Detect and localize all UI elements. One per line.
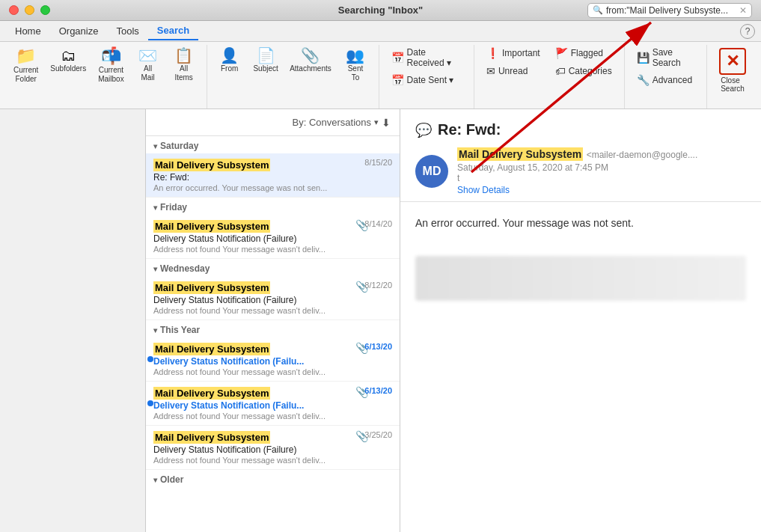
mailbox-icon: 📬 <box>101 48 121 64</box>
all-items-icon: 📋 <box>174 48 193 63</box>
scope-group: 📁 CurrentFolder 🗂 Subfolders 📬 CurrentMa… <box>3 45 207 108</box>
email-sender: Mail Delivery Subsystem <box>153 431 270 444</box>
detail-date: Saturday, August 15, 2020 at 7:45 PM <box>457 162 746 173</box>
chevron-this-year-icon: ▾ <box>153 326 157 334</box>
close-search-button[interactable]: ✕ CloseSearch <box>713 45 752 96</box>
attachments-icon: 📎 <box>301 48 320 63</box>
save-search-icon: 💾 <box>637 52 650 64</box>
email-item[interactable]: 📎 Mail Delivery Subsystem Delivery Statu… <box>146 276 400 320</box>
flagged-button[interactable]: 🚩 Flagged <box>549 45 618 61</box>
date-received-icon: 📅 <box>391 52 404 64</box>
nav-search[interactable]: Search <box>148 22 198 40</box>
date-received-label: Date Received ▾ <box>407 47 462 68</box>
email-list-header: By: Conversations ▾ ⬇ <box>146 109 400 136</box>
date-received-button[interactable]: 📅 Date Received ▾ <box>385 45 468 70</box>
search-query-text: from:"Mail Delivery Subsyste... <box>606 5 739 16</box>
section-saturday-label: Saturday <box>160 141 198 151</box>
detail-sender-row: MD Mail Delivery Subsystem <mailer-daemo… <box>415 147 746 195</box>
title-bar: Searching "Inbox" 🔍 from:"Mail Delivery … <box>0 0 761 21</box>
close-window-button[interactable] <box>9 5 19 15</box>
detail-body-text: An error occurred. Your message was not … <box>415 217 634 229</box>
to-label: t <box>457 173 459 183</box>
email-item[interactable]: 📎 Mail Delivery Subsystem Delivery Statu… <box>146 426 400 470</box>
important-icon: ❗ <box>486 47 499 59</box>
section-this-year: ▾ This Year <box>146 320 400 337</box>
refine-group: 👤 From 📄 Subject 📎 Attachments 👥 Sent To <box>207 45 379 108</box>
email-item[interactable]: 📎 Mail Delivery Subsystem Delivery Statu… <box>146 337 400 382</box>
minimize-window-button[interactable] <box>25 5 34 15</box>
current-folder-button[interactable]: 📁 CurrentFolder <box>9 45 43 87</box>
help-button[interactable]: ? <box>740 24 755 39</box>
detail-sender-name: Mail Delivery Subsystem <box>457 147 583 161</box>
search-icon: 🔍 <box>593 5 603 15</box>
detail-sender-info: Mail Delivery Subsystem <mailer-daemon@g… <box>457 147 746 195</box>
email-item[interactable]: 📎 Mail Delivery Subsystem Delivery Statu… <box>146 215 400 259</box>
unread-button[interactable]: ✉ Unread <box>480 63 546 79</box>
email-sender: Mail Delivery Subsystem <box>153 220 270 233</box>
email-list: By: Conversations ▾ ⬇ ▾ Saturday Mail De… <box>146 109 400 532</box>
current-mailbox-button[interactable]: 📬 CurrentMailbox <box>94 45 128 87</box>
email-date: 3/25/20 <box>364 430 392 439</box>
important-label: Important <box>502 48 540 58</box>
nav-organize[interactable]: Organize <box>50 22 108 40</box>
important-button[interactable]: ❗ Important <box>480 45 546 61</box>
all-mail-button[interactable]: ✉️ AllMail <box>132 45 165 85</box>
email-preview: Address not found Your message wasn't de… <box>153 412 392 421</box>
sent-to-icon: 👥 <box>346 48 364 63</box>
all-mail-icon: ✉️ <box>138 48 157 63</box>
ribbon-nav: Home Organize Tools Search ? <box>0 21 761 42</box>
chevron-wednesday-icon: ▾ <box>153 265 157 273</box>
date-group: 📅 Date Received ▾ 📅 Date Sent ▾ <box>379 45 474 108</box>
detail-sender-email: <mailer-daemon@google.... <box>587 150 698 160</box>
from-label: From <box>221 64 238 73</box>
email-preview: Address not found Your message wasn't de… <box>153 367 392 376</box>
sent-to-button[interactable]: 👥 Sent To <box>338 45 372 85</box>
email-item[interactable]: Mail Delivery Subsystem Re: Fwd: An erro… <box>146 153 400 198</box>
from-button[interactable]: 👤 From <box>213 45 246 76</box>
avatar: MD <box>415 155 448 188</box>
all-mail-label: AllMail <box>141 64 154 82</box>
email-date: 6/13/20 <box>364 386 392 395</box>
unread-label: Unread <box>498 66 528 76</box>
categories-button[interactable]: 🏷 Categories <box>549 63 618 79</box>
nav-tools[interactable]: Tools <box>107 22 147 40</box>
subject-label: Subject <box>253 64 278 73</box>
subject-button[interactable]: 📄 Subject <box>249 45 283 76</box>
filter-col-left: ❗ Important ✉ Unread <box>480 45 546 79</box>
chevron-friday-icon: ▾ <box>153 204 157 212</box>
detail-header: 💬 Re: Fwd: MD Mail Delivery Subsystem <m… <box>400 109 761 202</box>
all-items-button[interactable]: 📋 AllItems <box>168 45 201 85</box>
email-sender: Mail Delivery Subsystem <box>153 159 270 171</box>
flagged-label: Flagged <box>571 48 603 58</box>
subfolders-button[interactable]: 🗂 Subfolders <box>46 45 91 76</box>
detail-sender-name-row: Mail Delivery Subsystem <mailer-daemon@g… <box>457 147 746 161</box>
all-items-label: AllItems <box>174 64 192 82</box>
advanced-button[interactable]: 🔧 Advanced <box>631 72 700 88</box>
save-col: 💾 Save Search 🔧 Advanced <box>631 45 700 88</box>
sort-down-icon[interactable]: ⬇ <box>382 117 391 129</box>
maximize-window-button[interactable] <box>40 5 50 15</box>
current-folder-label: CurrentFolder <box>13 66 38 84</box>
email-sender: Mail Delivery Subsystem <box>153 281 270 294</box>
sidebar <box>0 109 146 532</box>
ribbon-toolbar: 📁 CurrentFolder 🗂 Subfolders 📬 CurrentMa… <box>0 42 761 109</box>
save-search-label: Save Search <box>652 47 694 68</box>
attachments-button[interactable]: 📎 Attachments <box>286 45 336 76</box>
show-details-link[interactable]: Show Details <box>457 185 746 195</box>
window-title: Searching "Inbox" <box>338 4 423 16</box>
blurred-content <box>415 256 746 301</box>
unread-dot <box>147 356 153 362</box>
email-date: 6/13/20 <box>364 342 392 351</box>
flagged-icon: 🚩 <box>555 47 568 59</box>
email-date: 8/12/20 <box>364 281 392 290</box>
clear-search-icon[interactable]: ✕ <box>739 5 747 16</box>
email-item[interactable]: 📎 Mail Delivery Subsystem Delivery Statu… <box>146 382 400 426</box>
date-sent-button[interactable]: 📅 Date Sent ▾ <box>385 72 468 88</box>
email-preview: Address not found Your message wasn't de… <box>153 456 392 465</box>
advanced-label: Advanced <box>652 75 692 85</box>
email-sender: Mail Delivery Subsystem <box>153 387 270 400</box>
attachments-label: Attachments <box>290 64 331 73</box>
save-search-button[interactable]: 💾 Save Search <box>631 45 700 70</box>
nav-home[interactable]: Home <box>6 22 50 40</box>
title-search-bar[interactable]: 🔍 from:"Mail Delivery Subsyste... ✕ <box>587 3 752 18</box>
